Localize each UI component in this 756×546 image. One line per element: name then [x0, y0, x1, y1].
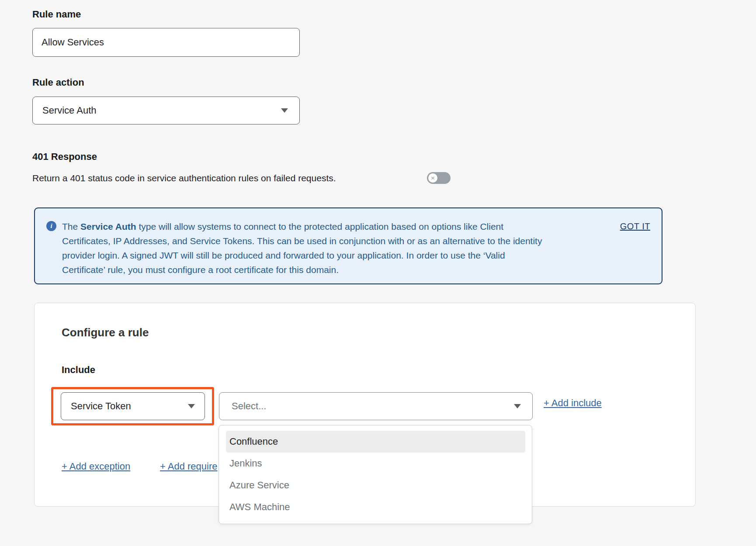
chevron-down-icon — [188, 404, 195, 408]
include-label: Include — [62, 364, 95, 376]
dropdown-option-jenkins[interactable]: Jenkins — [226, 453, 525, 474]
dropdown-option-azure-service[interactable]: Azure Service — [226, 474, 525, 496]
add-exception-link[interactable]: + Add exception — [62, 461, 130, 472]
info-banner-text: The Service Auth type will allow systems… — [62, 219, 613, 277]
include-value-select[interactable]: Select... — [219, 392, 533, 420]
add-include-link[interactable]: + Add include — [544, 397, 602, 409]
chevron-down-icon — [514, 404, 521, 408]
include-value-placeholder: Select... — [219, 401, 266, 412]
info-icon: i — [46, 221, 56, 231]
response-401-heading: 401 Response — [32, 151, 97, 162]
info-line: The Service Auth type will allow systems… — [62, 219, 613, 234]
rule-name-input[interactable] — [32, 28, 300, 57]
include-selector-value: Service Token — [61, 401, 131, 412]
toggle-off-icon: ✕ — [428, 173, 437, 183]
include-selector-select[interactable]: Service Token — [61, 392, 205, 420]
info-line: Certificate’ rule, you must configure a … — [62, 263, 613, 277]
add-require-link[interactable]: + Add require — [160, 461, 217, 472]
card-title: Configure a rule — [62, 326, 149, 339]
chevron-down-icon — [281, 108, 288, 113]
response-401-toggle[interactable]: ✕ — [427, 172, 451, 184]
response-401-description: Return a 401 status code in service auth… — [32, 173, 336, 183]
dropdown-option-confluence[interactable]: Confluence — [226, 431, 525, 453]
rule-action-label: Rule action — [32, 77, 84, 88]
got-it-button[interactable]: GOT IT — [620, 221, 650, 232]
rule-action-value: Service Auth — [33, 105, 97, 116]
info-line: Certificates, IP Addresses, and Service … — [62, 234, 613, 248]
service-token-dropdown-panel: Confluence Jenkins Azure Service AWS Mac… — [218, 425, 532, 524]
rule-action-select[interactable]: Service Auth — [32, 97, 300, 124]
rule-name-label: Rule name — [32, 9, 81, 20]
info-line: provider login. A signed JWT will still … — [62, 248, 613, 263]
access-rule-config-page: Rule name Rule action Service Auth 401 R… — [0, 0, 756, 546]
service-auth-info-banner: i The Service Auth type will allow syste… — [34, 207, 662, 284]
dropdown-option-aws-machine[interactable]: AWS Machine — [226, 496, 525, 518]
